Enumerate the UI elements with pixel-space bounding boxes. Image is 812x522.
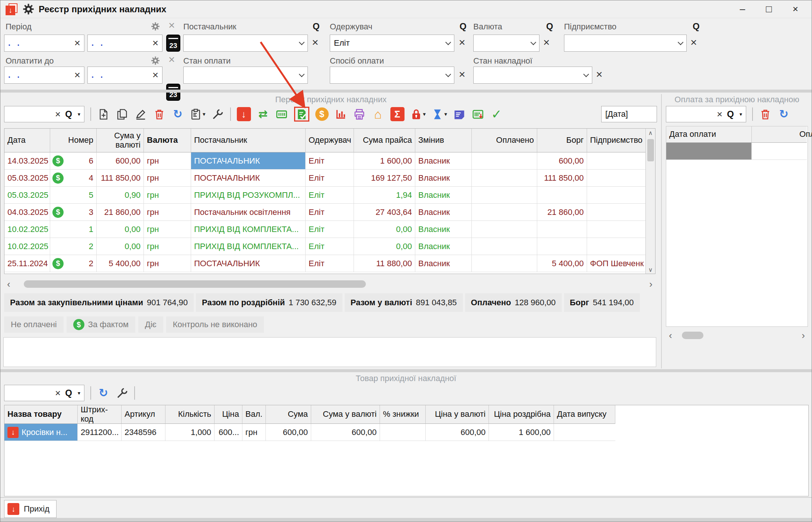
period-gear-icon[interactable] — [151, 22, 160, 31]
close-button[interactable]: × — [793, 3, 798, 15]
search-options-icon[interactable]: ▾ — [740, 111, 742, 117]
scroll-up-icon[interactable]: ∧ — [648, 129, 653, 137]
col-receiver[interactable]: Одержувач — [306, 129, 354, 152]
col-debt[interactable]: Борг — [537, 129, 587, 152]
currency-select[interactable] — [473, 35, 539, 52]
transfer-icon[interactable]: ⇄ — [257, 107, 270, 122]
sum-sigma-icon[interactable]: Σ — [390, 107, 405, 121]
chart-icon[interactable] — [335, 107, 347, 122]
period-from-input[interactable]: . . × — [4, 35, 84, 52]
col-amount-currency[interactable]: Сума у валюті — [97, 129, 144, 152]
col-product-name[interactable]: Назва товару — [4, 405, 78, 424]
col-sum[interactable]: Сума — [266, 405, 311, 424]
col-discount[interactable]: % знижки — [380, 405, 426, 424]
invoice-check-icon[interactable] — [294, 107, 309, 122]
clear-icon[interactable]: × — [55, 109, 61, 120]
scroll-right-icon[interactable]: › — [799, 330, 808, 341]
delete-icon[interactable] — [759, 107, 771, 122]
horizontal-scrollbar[interactable]: ‹ › — [4, 279, 655, 289]
col-price-sum[interactable]: Сума прайса — [354, 129, 415, 152]
home-icon[interactable]: ⌂ — [372, 107, 384, 122]
hourglass-menu-icon[interactable]: ▾ — [432, 107, 447, 122]
barcode-download-icon[interactable] — [472, 107, 484, 122]
scroll-down-icon[interactable]: ∨ — [648, 265, 653, 274]
clear-icon[interactable]: × — [152, 37, 158, 49]
status-tab-income[interactable]: ↓ Прихід — [4, 500, 57, 518]
horizontal-scrollbar[interactable]: ‹ › — [666, 331, 808, 340]
col-currency[interactable]: Вал. — [242, 405, 266, 424]
col-quantity[interactable]: Кількість — [165, 405, 215, 424]
scroll-left-icon[interactable]: ‹ — [666, 330, 675, 341]
clear-icon[interactable]: × — [152, 69, 158, 81]
invoice-state-clear-icon[interactable]: × — [596, 70, 603, 79]
table-row[interactable]: 05.03.2025 $4 111 850,00 грн ПОСТАЧАЛЬНИ… — [4, 170, 655, 187]
payment-method-clear-icon[interactable]: × — [459, 70, 465, 79]
search-icon[interactable]: Q — [65, 388, 72, 398]
scroll-thumb[interactable] — [647, 139, 654, 161]
receiver-search-icon[interactable]: Q — [460, 21, 467, 32]
lock-menu-icon[interactable]: ▾ — [410, 107, 426, 122]
maximize-button[interactable]: □ — [766, 3, 772, 15]
clear-icon[interactable]: × — [55, 387, 61, 399]
vertical-scrollbar[interactable]: ∧ ∨ — [645, 129, 655, 274]
col-currency[interactable]: Валюта — [144, 129, 191, 152]
legend-control[interactable]: Контроль не виконано — [166, 316, 264, 333]
col-enterprise[interactable]: Підприємство — [587, 129, 645, 152]
cash-register-icon[interactable] — [276, 107, 288, 122]
search-icon[interactable]: Q — [65, 109, 72, 119]
clear-icon[interactable]: × — [74, 69, 80, 81]
table-row[interactable] — [666, 143, 808, 160]
enterprise-search-icon[interactable]: Q — [693, 21, 700, 32]
product-row[interactable]: ↓Кросівки н... 2911200... 2348596 1,000 … — [4, 424, 808, 441]
payment-icon[interactable]: $ — [315, 107, 329, 121]
col-price-currency[interactable]: Ціна у валюті — [426, 405, 489, 424]
search-options-icon[interactable]: ▾ — [78, 390, 80, 396]
enterprise-select[interactable] — [564, 35, 687, 52]
receiver-clear-icon[interactable]: × — [459, 38, 465, 47]
enterprise-clear-icon[interactable]: × — [690, 38, 697, 47]
notes-area[interactable] — [3, 337, 656, 367]
col-supplier[interactable]: Постачальник — [191, 129, 306, 152]
settings-wrench-icon[interactable] — [116, 386, 128, 400]
table-row[interactable]: 05.03.2025 5 0,90 грн ПРИХІД ВІД РОЗУКОМ… — [4, 187, 655, 204]
minimize-button[interactable]: – — [740, 3, 745, 15]
search-options-icon[interactable]: ▾ — [78, 111, 80, 117]
delete-icon[interactable] — [153, 107, 165, 122]
scroll-thumb[interactable] — [682, 332, 703, 339]
supplier-select[interactable] — [183, 35, 308, 52]
col-changed-by[interactable]: Змінив — [415, 129, 472, 152]
new-document-icon[interactable] — [97, 107, 110, 122]
col-sum-currency[interactable]: Сума у валюті — [311, 405, 380, 424]
sort-field-input[interactable]: [Дата] — [601, 106, 657, 122]
search-input[interactable]: × Q ▾ — [4, 385, 84, 401]
table-row[interactable]: 25.11.2024 $2 5 400,00 грн ПОСТАЧАЛЬНИК … — [4, 255, 655, 272]
period-to-input[interactable]: . . × — [87, 35, 162, 52]
pay-until-gear-icon[interactable] — [151, 56, 160, 65]
col-date[interactable]: Дата — [4, 129, 50, 152]
table-row[interactable]: 14.03.2025 $6 600,00 грн ПОСТАЧАЛЬНИК Ел… — [4, 152, 655, 170]
scroll-left-icon[interactable]: ‹ — [4, 278, 13, 290]
currency-clear-icon[interactable]: × — [543, 38, 550, 47]
legend-unpaid[interactable]: Не оплачені — [4, 316, 64, 333]
period-clear-icon[interactable]: × — [168, 20, 175, 30]
payment-state-select[interactable] — [183, 67, 308, 84]
pay-until-clear-icon[interactable]: × — [168, 55, 175, 64]
pay-until-to-input[interactable]: . . × — [87, 67, 162, 84]
scroll-right-icon[interactable]: › — [646, 278, 655, 290]
legend-by-fact[interactable]: $За фактом — [67, 316, 135, 333]
print-icon[interactable] — [353, 107, 366, 122]
confirm-check-icon[interactable]: ✓ — [490, 107, 503, 122]
import-icon[interactable]: ↓ — [237, 107, 251, 121]
col-barcode[interactable]: Штрих-код — [78, 405, 122, 424]
search-input[interactable]: × Q ▾ — [4, 106, 84, 122]
settings-wrench-icon[interactable] — [212, 107, 224, 122]
clipboard-menu-icon[interactable]: ▾ — [190, 107, 206, 122]
supplier-search-icon[interactable]: Q — [313, 21, 320, 32]
col-paid[interactable]: Оплачено — [472, 129, 537, 152]
calendar-icon[interactable]: 23 — [166, 35, 180, 52]
clear-icon[interactable]: × — [74, 37, 80, 49]
edit-icon[interactable] — [134, 107, 147, 122]
payment-method-select[interactable] — [330, 67, 454, 84]
search-input[interactable]: × Q ▾ — [666, 106, 746, 122]
pay-until-from-input[interactable]: . . × — [4, 67, 84, 84]
